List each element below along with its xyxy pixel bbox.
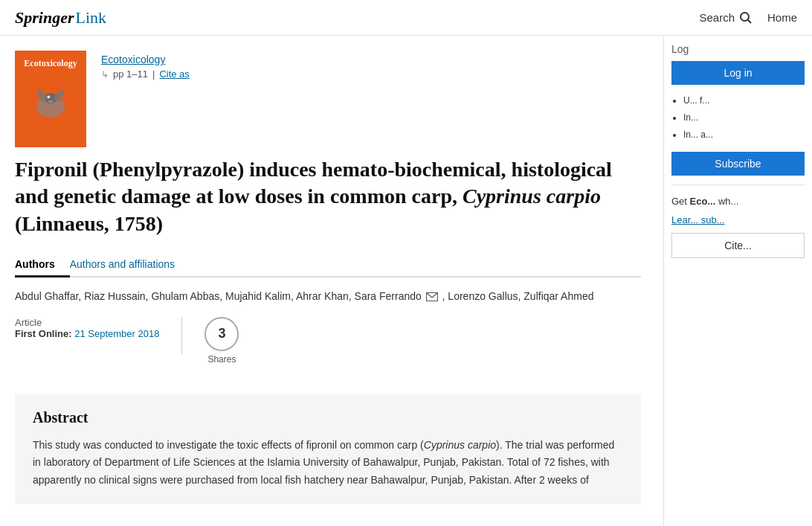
sidebar-list-item-1: U... f... [683,94,805,108]
svg-point-0 [741,13,749,21]
sidebar-log-label: Log [671,43,805,55]
site-header: Springer Link Search Home [0,0,812,36]
search-label: Search [699,11,735,24]
login-button[interactable]: Log in [671,61,805,85]
article-type-date: Article First Online: 21 September 2018 [15,317,159,339]
article-date: First Online: 21 September 2018 [15,328,159,339]
subscribe-button[interactable]: Subscribe [671,152,805,176]
article-info-row: Article First Online: 21 September 2018 … [15,317,641,376]
journal-top-row: Ecotoxicology Ecotoxicology ↳ pp 1–11 [15,51,641,147]
search-icon [739,11,753,25]
journal-meta: Ecotoxicology ↳ pp 1–11 | Cite as [101,51,190,147]
pages-text: pp 1–11 [113,68,148,80]
sidebar: Log Log in U... f... In... In... a... Su… [663,36,812,526]
search-button[interactable]: Search [699,11,753,25]
sidebar-list-item-3: In... a... [683,128,805,142]
first-online-date: 21 September 2018 [74,328,159,339]
home-link[interactable]: Home [767,11,797,24]
author-list: Abdul Ghaffar, Riaz Hussain, Ghulam Abba… [15,288,641,304]
sidebar-feature-list: U... f... In... In... a... [671,94,805,143]
shares-label: Shares [207,354,236,365]
content-area: Ecotoxicology Ecotoxicology ↳ pp 1–11 [0,36,663,526]
authors-text-2: , Lorenzo Gallus, Zulfiqar Ahmed [442,290,594,302]
cover-journal-title: Ecotoxicology [18,58,83,69]
main-container: Ecotoxicology Ecotoxicology ↳ pp 1–11 [0,36,812,526]
authors-tabs: Authors Authors and affiliations [15,252,641,278]
vertical-divider [181,317,182,354]
shares-badge: 3 Shares [204,317,239,365]
site-logo: Springer Link [15,8,106,28]
tab-authors[interactable]: Authors [15,252,70,276]
journal-name-link[interactable]: Ecotoxicology [101,54,165,65]
article-title: Fipronil (Phenylpyrazole) induces hemato… [15,156,641,237]
corner-arrow-icon: ↳ [101,69,109,80]
sidebar-cite-button[interactable]: Cite... [671,233,805,258]
journal-cover: Ecotoxicology [15,51,86,147]
authors-text-1: Abdul Ghaffar, Riaz Hussain, Ghulam Abba… [15,290,422,302]
svg-line-1 [747,19,751,23]
header-nav: Search Home [699,11,797,25]
abstract-text: This study was conducted to investigate … [33,437,623,490]
sidebar-list-item-2: In... [683,111,805,125]
article-type-label: Article [15,317,159,328]
cite-as-link[interactable]: Cite as [159,68,189,80]
sidebar-get-access-text: Get Eco... wh... [671,194,805,209]
abstract-section: Abstract This study was conducted to inv… [15,394,641,504]
journal-pages: ↳ pp 1–11 | Cite as [101,68,190,80]
abstract-title: Abstract [33,409,623,426]
link-wordmark: Link [75,8,106,28]
springer-wordmark: Springer [15,8,74,28]
tab-affiliations[interactable]: Authors and affiliations [70,252,190,276]
cover-bird-image [25,77,77,129]
sidebar-learn-link[interactable]: Lear... sub... [671,214,805,225]
first-online-label: First Online: [15,328,72,339]
email-icon [426,292,438,301]
sidebar-divider [671,185,805,185]
svg-point-4 [48,96,51,99]
separator: | [152,68,155,80]
shares-count: 3 [204,317,239,351]
